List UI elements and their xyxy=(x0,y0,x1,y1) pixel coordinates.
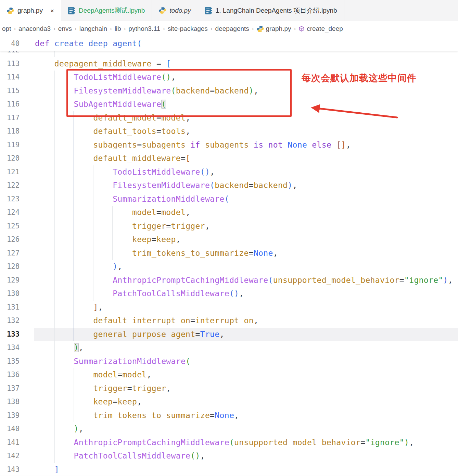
code-line[interactable]: 129 AnthropicPromptCachingMiddleware(uns… xyxy=(0,274,458,287)
breadcrumb-item-langchain[interactable]: langchain xyxy=(79,25,107,33)
breadcrumb-item-graph.py[interactable]: graph.py xyxy=(257,25,291,33)
breadcrumb-item-create_deep[interactable]: create_deep xyxy=(298,25,343,33)
code-line[interactable]: 141 AnthropicPromptCachingMiddleware(uns… xyxy=(0,436,458,450)
line-number[interactable]: 125 xyxy=(0,220,20,233)
line-number[interactable]: 139 xyxy=(0,409,20,423)
breadcrumb-item-site-packages[interactable]: site-packages xyxy=(168,25,208,33)
breadcrumb-item-opt[interactable]: opt xyxy=(2,25,11,33)
code-lines: 112 113 deepagent_middleware = [114 Todo… xyxy=(0,43,458,476)
line-number[interactable]: 122 xyxy=(0,179,20,192)
sticky-scroll-line[interactable]: 40 def create_deep_agent( xyxy=(0,36,458,51)
code-line[interactable]: 139 trim_tokens_to_summarize=None, xyxy=(0,409,458,423)
line-number[interactable]: 132 xyxy=(0,314,20,328)
code-text: trigger=trigger, xyxy=(35,220,210,233)
code-line[interactable]: 134 ), xyxy=(0,341,458,355)
code-text: default_model=model, xyxy=(35,111,190,125)
code-text: keep=keep, xyxy=(35,233,181,247)
line-number[interactable]: 121 xyxy=(0,165,20,179)
code-line[interactable]: 117 default_model=model, xyxy=(0,111,458,125)
breadcrumb-separator: › xyxy=(110,25,112,32)
line-number[interactable]: 124 xyxy=(0,206,20,220)
line-number[interactable]: 128 xyxy=(0,260,20,274)
breadcrumb-item-lib[interactable]: lib xyxy=(115,25,121,33)
line-number[interactable]: 143 xyxy=(0,463,20,476)
close-icon[interactable]: × xyxy=(50,8,54,14)
code-text: SummarizationMiddleware( xyxy=(35,192,229,206)
line-number[interactable]: 115 xyxy=(0,84,20,98)
line-number: 40 xyxy=(0,36,20,51)
line-number[interactable]: 123 xyxy=(0,192,20,206)
code-line[interactable]: 116 SubAgentMiddleware( xyxy=(0,98,458,111)
breadcrumb-separator: › xyxy=(163,25,165,32)
tab-deepagents-test-notebook[interactable]: DeepAgents测试.ipynb xyxy=(61,0,152,21)
code-line[interactable]: 113 deepagent_middleware = [ xyxy=(0,57,458,71)
code-line[interactable]: 138 keep=keep, xyxy=(0,395,458,409)
code-line[interactable]: 118 default_tools=tools, xyxy=(0,125,458,138)
line-number[interactable]: 113 xyxy=(0,57,20,71)
breadcrumb-separator: › xyxy=(252,25,254,32)
line-number[interactable]: 116 xyxy=(0,98,20,111)
line-number[interactable]: 118 xyxy=(0,125,20,138)
line-number[interactable]: 142 xyxy=(0,449,20,463)
code-line[interactable]: 127 trim_tokens_to_summarize=None, xyxy=(0,247,458,260)
line-number[interactable]: 114 xyxy=(0,71,20,84)
breadcrumb-separator: › xyxy=(14,25,16,32)
code-text: ), xyxy=(35,341,84,355)
tab-label: graph.py xyxy=(17,7,43,14)
tab-langchain-intro-notebook[interactable]: 1. LangChain DeepAgents 项目介绍.ipynb xyxy=(198,0,344,21)
line-number[interactable]: 141 xyxy=(0,436,20,450)
code-line[interactable]: 132 default_interrupt_on=interrupt_on, xyxy=(0,314,458,328)
line-number[interactable]: 140 xyxy=(0,422,20,436)
code-text: ), xyxy=(35,260,123,274)
code-line[interactable]: 143 ] xyxy=(0,463,458,476)
code-line[interactable]: 124 model=model, xyxy=(0,206,458,220)
breadcrumb-item-python3.11[interactable]: python3.11 xyxy=(128,25,160,33)
code-line[interactable]: 120 default_middleware=[ xyxy=(0,152,458,165)
line-number[interactable]: 119 xyxy=(0,138,20,152)
tab-graph-py[interactable]: graph.py × xyxy=(0,0,61,21)
code-line[interactable]: 126 keep=keep, xyxy=(0,233,458,247)
line-number[interactable]: 126 xyxy=(0,233,20,247)
tab-todo-py[interactable]: todo.py xyxy=(152,0,198,21)
breadcrumb-separator: › xyxy=(294,25,296,32)
breadcrumb-item-anaconda3[interactable]: anaconda3 xyxy=(18,25,51,33)
code-line[interactable]: 122 FilesystemMiddleware(backend=backend… xyxy=(0,179,458,192)
notebook-file-icon xyxy=(68,7,75,15)
code-text: PatchToolCallsMiddleware(), xyxy=(35,449,205,463)
line-number[interactable]: 137 xyxy=(0,382,20,396)
code-line[interactable]: 140 ), xyxy=(0,422,458,436)
code-line[interactable]: 130 PatchToolCallsMiddleware(), xyxy=(0,287,458,301)
code-text: AnthropicPromptCachingMiddleware(unsuppo… xyxy=(35,436,414,450)
code-line[interactable]: 121 TodoListMiddleware(), xyxy=(0,165,458,179)
breadcrumb-separator: › xyxy=(53,25,55,32)
line-number[interactable]: 120 xyxy=(0,152,20,165)
line-number[interactable]: 135 xyxy=(0,355,20,368)
code-line[interactable]: 142 PatchToolCallsMiddleware(), xyxy=(0,449,458,463)
code-text: TodoListMiddleware(), xyxy=(35,71,176,84)
line-number[interactable]: 134 xyxy=(0,341,20,355)
code-line[interactable]: 135 SummarizationMiddleware( xyxy=(0,355,458,368)
code-text: FilesystemMiddleware(backend=backend), xyxy=(35,179,297,192)
code-line[interactable]: 123 SummarizationMiddleware( xyxy=(0,192,458,206)
line-number[interactable]: 136 xyxy=(0,368,20,382)
code-line[interactable]: 119 subagents=subagents if subagents is … xyxy=(0,138,458,152)
code-line[interactable]: 125 trigger=trigger, xyxy=(0,220,458,233)
code-line[interactable]: 128 ), xyxy=(0,260,458,274)
tab-label: todo.py xyxy=(169,7,191,14)
code-line[interactable]: 131 ], xyxy=(0,301,458,314)
line-number[interactable]: 130 xyxy=(0,287,20,301)
line-number[interactable]: 117 xyxy=(0,111,20,125)
code-line[interactable]: 137 trigger=trigger, xyxy=(0,382,458,396)
breadcrumb-item-deepagents[interactable]: deepagents xyxy=(215,25,249,33)
line-number[interactable]: 129 xyxy=(0,274,20,287)
code-line[interactable]: 133 general_purpose_agent=True, xyxy=(0,328,458,341)
line-number[interactable]: 133 xyxy=(0,328,20,341)
line-number[interactable]: 127 xyxy=(0,247,20,260)
code-text: trim_tokens_to_summarize=None, xyxy=(35,247,278,260)
line-number[interactable]: 138 xyxy=(0,395,20,409)
code-text: ], xyxy=(35,301,103,314)
breadcrumb-item-envs[interactable]: envs xyxy=(58,25,72,33)
line-number[interactable]: 131 xyxy=(0,301,20,314)
code-line[interactable]: 136 model=model, xyxy=(0,368,458,382)
code-line[interactable]: 115 FilesystemMiddleware(backend=backend… xyxy=(0,84,458,98)
